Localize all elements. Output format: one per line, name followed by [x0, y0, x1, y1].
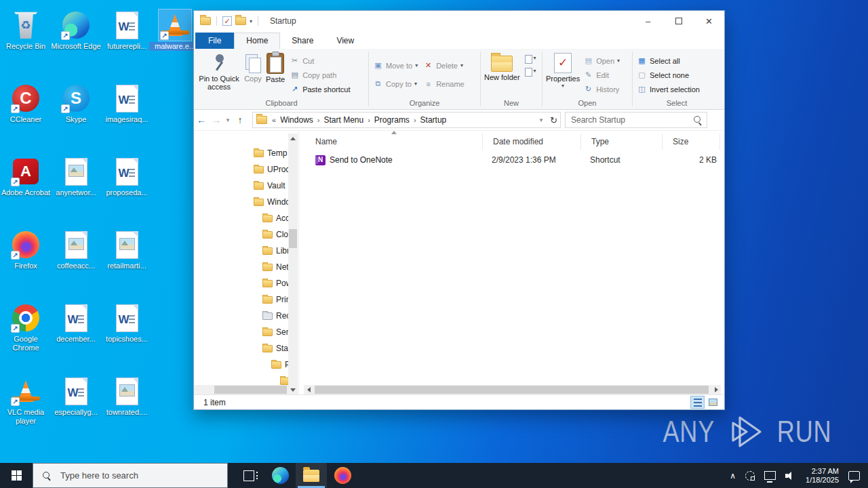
history-button[interactable]: ↻History	[583, 83, 620, 96]
minimize-button[interactable]: –	[633, 11, 663, 31]
tree-item-start[interactable]: Start	[194, 340, 289, 357]
list-hscrollbar-thumb[interactable]	[315, 386, 709, 394]
taskbar-edge-button[interactable]	[264, 463, 296, 488]
desktop-icon-proposeda[interactable]: Wproposeda...	[101, 156, 153, 197]
task-view-button[interactable]	[233, 463, 264, 488]
tab-home[interactable]: Home	[234, 33, 280, 49]
move-to-button[interactable]: ▣Move to▾	[373, 59, 418, 72]
tray-status-icon[interactable]	[745, 471, 755, 481]
tree-item-windo[interactable]: Windo	[194, 194, 289, 210]
desktop-icon-topicshoes[interactable]: Wtopicshoes...	[101, 302, 153, 344]
desktop-icon-december[interactable]: Wdecember...	[50, 302, 102, 344]
rename-button[interactable]: ≡Rename	[423, 77, 465, 90]
desktop-icon-ccleaner[interactable]: C↗CCleaner	[0, 83, 52, 124]
tree-item-libr[interactable]: Libr	[194, 243, 289, 259]
copy-button[interactable]: Copy	[242, 51, 264, 85]
tree-item-uproc[interactable]: UProc	[194, 161, 289, 178]
paste-shortcut-button[interactable]: ↗Paste shortcut	[290, 83, 350, 96]
list-horizontal-scrollbar[interactable]	[304, 385, 721, 394]
breadcrumb-item-start-menu[interactable]: Start Menu	[323, 115, 363, 125]
desktop-icon-anynetwor[interactable]: anynetwor...	[50, 156, 102, 197]
copy-to-button[interactable]: ⧉Copy to▾	[373, 77, 418, 90]
select-all-button[interactable]: ▦Select all	[637, 54, 700, 67]
column-header-name[interactable]: Name	[305, 134, 483, 150]
invert-selection-button[interactable]: ◫Invert selection	[637, 83, 700, 96]
customize-qat-caret-icon[interactable]: ▾	[250, 18, 252, 24]
action-center-icon[interactable]	[848, 471, 860, 481]
tree-scrollbar-thumb[interactable]	[289, 229, 297, 248]
breadcrumb-prefix[interactable]: «	[272, 116, 276, 124]
easy-access-button[interactable]: ▾	[525, 68, 536, 77]
tree-item-send[interactable]: Send	[194, 324, 289, 340]
desktop-icon-adobe-acrobat[interactable]: A↗Adobe Acrobat	[0, 156, 52, 197]
paste-button[interactable]: Paste	[264, 51, 287, 85]
details-view-button[interactable]	[690, 396, 705, 409]
back-button[interactable]: ←	[194, 115, 209, 125]
delete-button[interactable]: ✕Delete▾	[423, 59, 465, 72]
desktop-icon-firefox[interactable]: ↗Firefox	[0, 229, 52, 270]
taskbar-firefox-button[interactable]	[327, 463, 358, 488]
tree-hscrollbar-thumb[interactable]	[214, 386, 287, 394]
breadcrumb-item-programs[interactable]: Programs	[374, 115, 410, 125]
tree-item-pro[interactable]: Pro	[194, 357, 289, 373]
refresh-icon[interactable]: ↻	[550, 115, 557, 125]
tab-file[interactable]: File	[195, 33, 234, 49]
select-none-button[interactable]: ▢Select none	[637, 68, 700, 81]
taskbar-clock[interactable]: 2:37 AM 1/18/2025	[806, 467, 839, 485]
tree-vertical-scrollbar[interactable]	[288, 134, 298, 394]
open-button[interactable]: ▤Open▾	[583, 54, 620, 67]
up-button[interactable]: ↑	[232, 115, 248, 125]
desktop-icon-futurerepli[interactable]: Wfuturerepli...	[101, 9, 153, 51]
new-folder-button[interactable]: New folder	[482, 51, 522, 83]
desktop-icon-google-chrome[interactable]: ↗Google Chrome	[0, 302, 52, 352]
breadcrumb-item-startup[interactable]: Startup	[420, 115, 447, 125]
tab-view[interactable]: View	[325, 33, 366, 49]
desktop-icon-vlc-media-player[interactable]: ↗VLC media player	[0, 375, 52, 426]
volume-icon[interactable]	[785, 471, 796, 481]
column-header-type[interactable]: Type	[581, 134, 663, 150]
breadcrumb-item-windows[interactable]: Windows	[280, 115, 313, 125]
new-folder-quick-icon[interactable]	[235, 17, 246, 25]
desktop-icon-imagesiraq[interactable]: Wimagesiraq...	[101, 83, 153, 124]
forward-button[interactable]: →	[209, 115, 224, 125]
tree-scroll-down-button[interactable]	[288, 385, 298, 394]
tab-share[interactable]: Share	[280, 33, 325, 49]
desktop-icon-townrated[interactable]: townrated....	[101, 375, 153, 417]
desktop-icon-microsoft-edge[interactable]: ↗Microsoft Edge	[50, 9, 102, 51]
tree-item-vault[interactable]: Vault	[194, 178, 289, 194]
recent-locations-caret-icon[interactable]: ▾	[224, 117, 232, 123]
file-row-send-to-onenote[interactable]: Send to OneNote2/9/2023 1:36 PMShortcut2…	[300, 152, 724, 167]
close-button[interactable]: ✕	[694, 11, 724, 31]
tree-item-rece[interactable]: Rece	[194, 308, 289, 324]
desktop-icon-coffeeacc[interactable]: coffeeacc...	[50, 229, 102, 270]
new-item-button[interactable]: ▾	[525, 55, 536, 64]
properties-button[interactable]: Properties ▾	[544, 51, 582, 91]
tree-item-netw[interactable]: Netw	[194, 259, 289, 275]
tree-item-temp[interactable]: Temp	[194, 145, 289, 161]
tray-expand-chevron-icon[interactable]: ∧	[730, 471, 736, 481]
desktop-icon-skype[interactable]: S↗Skype	[50, 83, 102, 124]
desktop-icon-recycle-bin[interactable]: ♻Recycle Bin	[0, 9, 52, 51]
tree-item-prin[interactable]: Prin	[194, 291, 289, 308]
search-box[interactable]: Search Startup	[565, 112, 707, 128]
tree-item-acc[interactable]: Acc	[194, 210, 289, 226]
address-box[interactable]: «Windows›Start Menu›Programs›Startup ▾ ↻	[252, 112, 561, 128]
start-button[interactable]	[0, 463, 33, 488]
large-icons-view-button[interactable]	[706, 396, 720, 409]
copy-path-button[interactable]: ▤Copy path	[290, 68, 350, 81]
cut-button[interactable]: ✂Cut	[290, 54, 350, 67]
tree-item-pow[interactable]: Pow	[194, 275, 289, 291]
maximize-button[interactable]	[663, 11, 694, 31]
column-header-date-modified[interactable]: Date modified	[483, 134, 581, 150]
taskbar-search-input[interactable]: Type here to search	[33, 463, 228, 488]
title-bar[interactable]: ✓ ▾ Startup – ✕	[194, 11, 724, 31]
address-dropdown-caret-icon[interactable]: ▾	[537, 117, 545, 123]
properties-quick-icon[interactable]: ✓	[222, 16, 232, 26]
desktop-icon-especiallyg[interactable]: Wespeciallyg...	[50, 375, 102, 417]
network-icon[interactable]	[764, 471, 776, 480]
tree-item-clou[interactable]: Clou	[194, 226, 289, 243]
edit-button[interactable]: ✎Edit	[583, 68, 620, 81]
column-header-size[interactable]: Size	[663, 134, 720, 150]
pin-to-quick-access-button[interactable]: Pin to Quick access	[196, 51, 242, 93]
tree-horizontal-scrollbar[interactable]	[194, 385, 288, 394]
